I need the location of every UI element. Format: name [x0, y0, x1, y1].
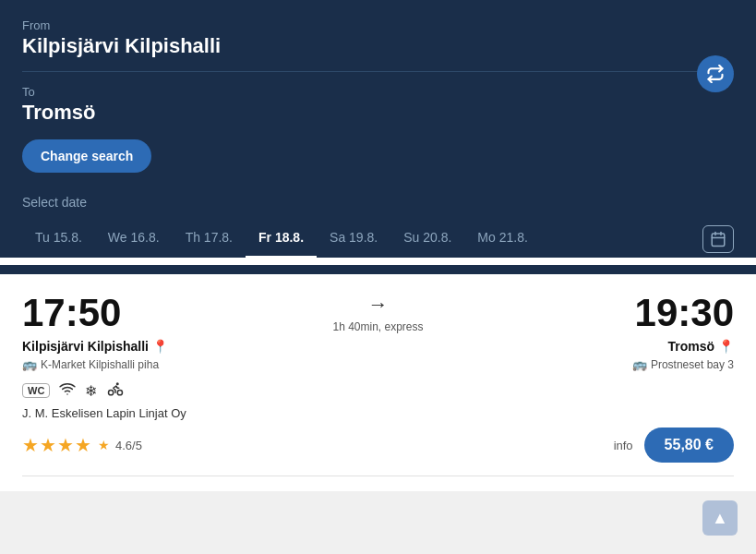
depart-sub-loc: 🚌 K-Market Kilpishalli piha	[22, 357, 159, 371]
amenities-row: WC ❄	[22, 380, 734, 401]
date-tab-tu[interactable]: Tu 15.8.	[22, 221, 95, 258]
arrive-time: 19:30	[635, 294, 734, 332]
date-tab-th[interactable]: Th 17.8.	[173, 221, 246, 258]
rating-text: 4.6/5	[115, 439, 142, 452]
calendar-icon	[710, 231, 726, 247]
header-section: From Kilpisjärvi Kilpishalli To Tromsö C…	[0, 0, 756, 195]
time-row: 17:50 → 1h 40min, express 19:30	[22, 293, 734, 333]
result-card: 17:50 → 1h 40min, express 19:30 Kilpisjä…	[22, 293, 734, 476]
arrow-icon: →	[368, 293, 389, 317]
arrive-sub-text: Prostneset bay 3	[651, 358, 734, 371]
depart-location: Kilpisjärvi Kilpishalli 📍	[22, 339, 168, 354]
to-city: Tromsö	[22, 101, 734, 125]
locations-row: Kilpisjärvi Kilpishalli 📍 Tromsö 📍	[22, 339, 734, 354]
arrive-location: Tromsö 📍	[667, 339, 734, 354]
calendar-button[interactable]	[702, 225, 734, 253]
depart-sub-text: K-Market Kilpishalli piha	[41, 358, 159, 371]
date-tabs: Tu 15.8. We 16.8. Th 17.8. Fr 18.8. Sa 1…	[22, 221, 734, 258]
header-divider	[22, 71, 734, 72]
arrive-stop-name: Tromsö	[667, 339, 714, 354]
sub-location-row: 🚌 K-Market Kilpishalli piha 🚌 Prostneset…	[22, 357, 734, 371]
svg-point-7	[117, 383, 119, 385]
header-footer	[0, 258, 756, 274]
from-label: From	[22, 18, 734, 32]
operator-row: J. M. Eskelisen Lapin Linjat Oy	[22, 406, 734, 420]
date-tab-su[interactable]: Su 20.8.	[390, 221, 464, 258]
arrive-sub-loc: 🚌 Prostneset bay 3	[632, 357, 734, 371]
results-section: 17:50 → 1h 40min, express 19:30 Kilpisjä…	[0, 274, 756, 491]
date-tab-sa[interactable]: Sa 19.8.	[317, 221, 390, 258]
svg-point-6	[109, 391, 114, 395]
scroll-top-button[interactable]: ▲	[702, 500, 738, 536]
bike-icon	[106, 380, 125, 401]
half-star-icon: ★	[98, 438, 110, 452]
depart-bus-icon: 🚌	[22, 357, 37, 371]
from-city: Kilpisjärvi Kilpishalli	[22, 34, 734, 58]
change-search-button[interactable]: Change search	[22, 139, 151, 173]
stars-row: ★★★★ ★ 4.6/5	[22, 434, 142, 456]
to-label: To	[22, 85, 734, 99]
wc-badge: WC	[22, 383, 50, 398]
depart-stop-name: Kilpisjärvi Kilpishalli	[22, 339, 149, 354]
select-date-label: Select date	[22, 195, 734, 210]
result-divider	[22, 476, 734, 476]
duration-text: 1h 40min, express	[332, 320, 423, 333]
white-strip	[0, 258, 756, 265]
scroll-top-icon: ▲	[712, 509, 728, 528]
date-tab-fr[interactable]: Fr 18.8.	[246, 221, 317, 258]
svg-rect-0	[712, 234, 725, 247]
svg-point-5	[118, 391, 123, 395]
swap-button[interactable]	[697, 55, 734, 92]
snowflake-icon: ❄	[85, 382, 97, 400]
bottom-row: ★★★★ ★ 4.6/5 info 55,80 €	[22, 428, 734, 463]
info-link[interactable]: info	[614, 439, 633, 452]
wifi-icon	[59, 380, 76, 401]
date-section: Select date Tu 15.8. We 16.8. Th 17.8. F…	[0, 195, 756, 258]
stars-display: ★★★★	[22, 434, 92, 456]
depart-pin-icon: 📍	[152, 339, 168, 354]
swap-icon	[706, 65, 725, 83]
date-tab-mo[interactable]: Mo 21.8.	[464, 221, 540, 258]
route-middle: → 1h 40min, express	[332, 293, 423, 333]
depart-time: 17:50	[22, 294, 121, 332]
arrive-bus-icon: 🚌	[632, 357, 647, 371]
date-tab-we[interactable]: We 16.8.	[95, 221, 173, 258]
price-button[interactable]: 55,80 €	[644, 428, 734, 463]
operator-name: J. M. Eskelisen Lapin Linjat Oy	[22, 406, 186, 420]
arrive-pin-icon: 📍	[718, 339, 734, 354]
price-row: info 55,80 €	[614, 428, 734, 463]
